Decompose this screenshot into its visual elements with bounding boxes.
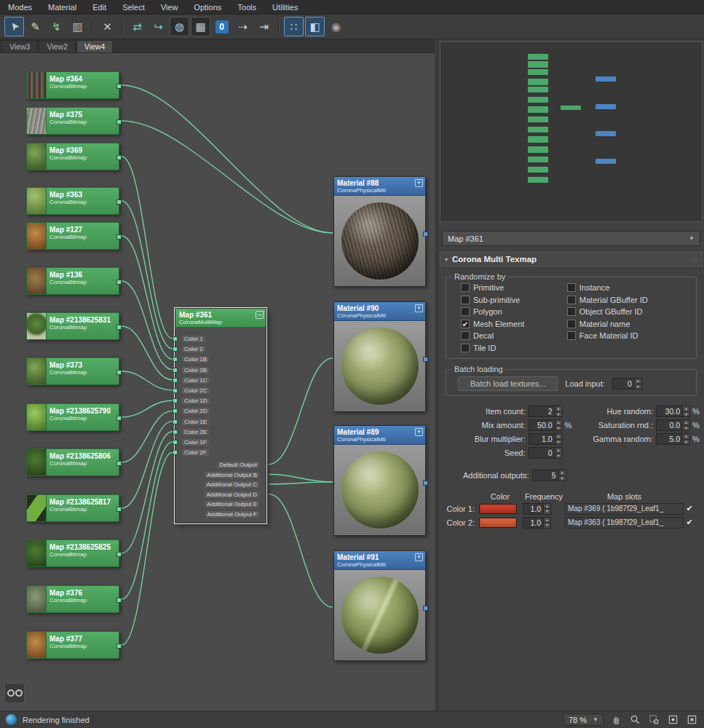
zoom-extents-button[interactable] (666, 713, 679, 727)
menu-item-options[interactable]: Options (186, 1, 229, 14)
navigator-panel[interactable] (440, 41, 703, 222)
output-connector-icon[interactable] (116, 370, 122, 375)
expand-node-icon[interactable]: + (415, 553, 423, 561)
layout-selected-button[interactable]: ◧ (305, 17, 325, 36)
input-slot-color-2d[interactable]: Color 2D (175, 406, 266, 416)
input-connector-icon[interactable] (173, 408, 178, 414)
input-slot-color-2[interactable]: Color 2 (175, 344, 266, 355)
checkbox-sub-primitive[interactable]: Sub-primitive (461, 294, 567, 306)
view-tab-view3[interactable]: View3 (1, 40, 38, 52)
input-connector-icon[interactable] (173, 440, 178, 445)
output-slot-additional-output-c[interactable]: Additional Output C (175, 480, 266, 490)
layout-all-button[interactable]: ∷ (284, 17, 304, 36)
material-node-material-88[interactable]: Material #88CoronaPhysicalMtl+ (333, 176, 426, 287)
spinner-up-icon[interactable]: ▴ (544, 504, 550, 510)
batch-load-button[interactable]: Batch load textures... (458, 376, 558, 391)
input-slot-color-1f[interactable]: Color 1F (175, 438, 266, 448)
align-children-button[interactable]: ⇢ (233, 17, 253, 36)
checkbox-object-gbuffer-id[interactable]: Object GBuffer ID (567, 306, 692, 318)
collapse-node-icon[interactable]: – (256, 311, 264, 319)
pick-material-eyedropper-button[interactable]: ✎ (25, 17, 45, 36)
menu-item-modes[interactable]: Modes (0, 1, 40, 14)
spinner-field[interactable]: 5.0▴▾ (656, 433, 690, 445)
input-slot-color-2e[interactable]: Color 2E (175, 427, 266, 438)
checkbox-mesh-element[interactable]: ✔Mesh Element (461, 318, 567, 331)
output-connector-icon[interactable] (116, 155, 122, 160)
rollout-header[interactable]: ▾ Corona Multi Texmap ∷ (440, 252, 703, 266)
material-output-connector-icon[interactable] (423, 606, 428, 611)
map-slot-button[interactable]: Map #363 ( 1b987f29_Leaf1_ (565, 517, 684, 529)
map-node-map-127[interactable]: Map #127CoronaBitmap (26, 222, 119, 250)
input-slot-color-1b[interactable]: Color 1B (175, 355, 266, 365)
checkbox-polygon[interactable]: Polygon (461, 306, 567, 318)
checkbox-face-material-id[interactable]: Face Material ID (567, 330, 692, 342)
menu-item-tools[interactable]: Tools (229, 1, 264, 14)
input-connector-icon[interactable] (173, 357, 178, 362)
spinner-field[interactable]: 1.0▴▾ (523, 503, 565, 515)
material-node-header[interactable]: Material #90CoronaPhysicalMtl+ (334, 302, 425, 321)
material-node-header[interactable]: Material #88CoronaPhysicalMtl+ (334, 177, 425, 196)
checkbox-tile-id[interactable]: Tile ID (461, 342, 567, 355)
map-slot-button[interactable]: Map #369 ( 1b987f29_Leaf1_ (565, 503, 684, 515)
view-tab-view4[interactable]: View4 (76, 40, 113, 52)
select-tool-button[interactable]: ➤ (4, 17, 24, 36)
arrange-nodes-button[interactable]: ⇥ (254, 17, 274, 36)
output-connector-icon[interactable] (116, 461, 122, 466)
expand-node-icon[interactable]: + (415, 428, 423, 436)
input-connector-icon[interactable] (173, 430, 178, 435)
spinner-field[interactable]: 30.0▴▾ (656, 405, 690, 417)
spinner-field[interactable]: 0▴▾ (612, 378, 642, 389)
render-map-preview-button[interactable]: ◉ (326, 17, 346, 36)
input-connector-icon[interactable] (173, 347, 178, 352)
spinner-field[interactable]: 2▴▾ (529, 405, 563, 417)
output-connector-icon[interactable] (116, 199, 122, 205)
map-node-map-2138625817[interactable]: Map #2138625817CoronaBitmap (26, 494, 119, 522)
spinner-down-icon[interactable]: ▾ (683, 412, 689, 417)
spinner-down-icon[interactable]: ▾ (559, 476, 566, 481)
delete-selected-button[interactable]: ✕ (98, 17, 117, 36)
spinner-up-icon[interactable]: ▴ (683, 420, 689, 426)
spinner-up-icon[interactable]: ▴ (683, 406, 689, 412)
spinner-down-icon[interactable]: ▾ (635, 384, 641, 389)
output-slot-additional-output-e[interactable]: Additional Output E (175, 499, 266, 510)
spinner-down-icon[interactable]: ▾ (555, 412, 562, 417)
checkbox-instance[interactable]: Instance (567, 282, 692, 294)
spinner-up-icon[interactable]: ▴ (559, 470, 566, 476)
material-node-material-90[interactable]: Material #90CoronaPhysicalMtl+ (333, 301, 426, 412)
input-connector-icon[interactable] (173, 336, 178, 341)
menu-item-view[interactable]: View (153, 1, 186, 14)
material-node-header[interactable]: Material #89CoronaPhysicalMtl+ (334, 426, 425, 445)
checkbox-decal[interactable]: Decal (461, 330, 567, 342)
spinner-down-icon[interactable]: ▾ (544, 509, 550, 514)
output-connector-icon[interactable] (116, 644, 122, 649)
node-graph-canvas[interactable]: Map #364CoronaBitmapMap #375CoronaBitmap… (0, 53, 435, 711)
output-connector-icon[interactable] (116, 234, 122, 240)
color-swatch[interactable] (479, 504, 517, 514)
menu-item-utilities[interactable]: Utilities (264, 1, 306, 14)
spinner-field[interactable]: 1.0▴▾ (529, 433, 563, 445)
output-connector-icon[interactable] (116, 325, 122, 330)
move-children-button[interactable]: ⇄ (127, 17, 147, 36)
map-node-map-376[interactable]: Map #376CoronaBitmap (26, 585, 119, 613)
input-slot-color-1[interactable]: Color 1 (175, 334, 266, 344)
input-slot-color-2f[interactable]: Color 2F (175, 448, 266, 458)
spinner-down-icon[interactable]: ▾ (683, 426, 689, 431)
output-connector-icon[interactable] (116, 507, 122, 512)
pan-tool-button[interactable] (609, 713, 622, 727)
map-node-map-363[interactable]: Map #363CoronaBitmap (26, 187, 119, 215)
output-slot-additional-output-b[interactable]: Additional Output B (175, 470, 266, 480)
spinner-up-icon[interactable]: ▴ (683, 434, 689, 440)
map-node-map-375[interactable]: Map #375CoronaBitmap (26, 107, 119, 135)
spinner-up-icon[interactable]: ▴ (544, 518, 550, 523)
map-node-map-2138625806[interactable]: Map #2138625806CoronaBitmap (26, 448, 119, 476)
spinner-up-icon[interactable]: ▴ (555, 406, 562, 412)
spinner-down-icon[interactable]: ▾ (683, 440, 689, 445)
input-slot-color-1e[interactable]: Color 1E (175, 417, 266, 427)
output-connector-icon[interactable] (116, 598, 122, 603)
menu-item-edit[interactable]: Edit (84, 1, 114, 14)
material-node-material-91[interactable]: Material #91CoronaPhysicalMtl+ (333, 550, 426, 661)
spinner-up-icon[interactable]: ▴ (555, 420, 562, 426)
view-tab-view2[interactable]: View2 (39, 40, 75, 52)
show-checker-button[interactable]: ▦ (191, 17, 210, 36)
zoom-tool-button[interactable] (628, 713, 641, 727)
